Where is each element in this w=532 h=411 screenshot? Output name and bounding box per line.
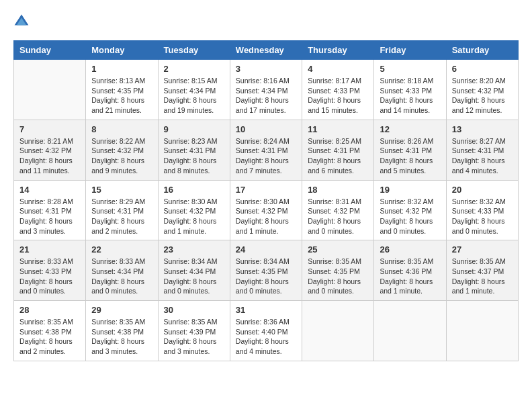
day-number: 1 (91, 64, 152, 74)
calendar-header-saturday: Saturday (446, 41, 518, 60)
calendar-cell: 16Sunrise: 8:30 AM Sunset: 4:32 PM Dayli… (158, 180, 230, 240)
day-number: 19 (380, 185, 440, 195)
calendar-cell: 22Sunrise: 8:33 AM Sunset: 4:34 PM Dayli… (86, 240, 158, 301)
calendar-week-row: 7Sunrise: 8:21 AM Sunset: 4:32 PM Daylig… (14, 120, 519, 180)
day-info: Sunrise: 8:29 AM Sunset: 4:31 PM Dayligh… (91, 197, 152, 236)
calendar-cell: 26Sunrise: 8:35 AM Sunset: 4:36 PM Dayli… (374, 240, 446, 301)
day-info: Sunrise: 8:34 AM Sunset: 4:34 PM Dayligh… (164, 257, 224, 296)
calendar-cell: 27Sunrise: 8:35 AM Sunset: 4:37 PM Dayli… (446, 240, 518, 301)
day-number: 3 (236, 64, 296, 74)
day-info: Sunrise: 8:32 AM Sunset: 4:32 PM Dayligh… (380, 197, 440, 236)
day-number: 21 (19, 244, 80, 255)
day-number: 18 (308, 185, 368, 195)
day-info: Sunrise: 8:22 AM Sunset: 4:32 PM Dayligh… (91, 136, 152, 176)
calendar-cell: 17Sunrise: 8:30 AM Sunset: 4:32 PM Dayli… (230, 180, 302, 240)
day-number: 10 (236, 124, 296, 134)
day-number: 4 (308, 64, 368, 74)
calendar-cell: 24Sunrise: 8:34 AM Sunset: 4:35 PM Dayli… (230, 240, 302, 301)
calendar-cell: 30Sunrise: 8:35 AM Sunset: 4:39 PM Dayli… (158, 301, 230, 361)
day-info: Sunrise: 8:35 AM Sunset: 4:38 PM Dayligh… (91, 317, 152, 357)
calendar-cell: 25Sunrise: 8:35 AM Sunset: 4:35 PM Dayli… (302, 240, 374, 301)
calendar-cell: 2Sunrise: 8:15 AM Sunset: 4:34 PM Daylig… (158, 60, 230, 120)
day-info: Sunrise: 8:28 AM Sunset: 4:31 PM Dayligh… (19, 197, 80, 236)
calendar-week-row: 14Sunrise: 8:28 AM Sunset: 4:31 PM Dayli… (14, 180, 519, 240)
day-info: Sunrise: 8:34 AM Sunset: 4:35 PM Dayligh… (236, 257, 296, 296)
calendar-cell: 3Sunrise: 8:16 AM Sunset: 4:34 PM Daylig… (230, 60, 302, 120)
day-number: 6 (452, 64, 513, 74)
calendar-cell (302, 301, 374, 361)
page-header (13, 13, 519, 30)
day-number: 29 (91, 305, 152, 315)
calendar-cell: 23Sunrise: 8:34 AM Sunset: 4:34 PM Dayli… (158, 240, 230, 301)
day-number: 14 (19, 185, 80, 195)
day-number: 25 (308, 244, 368, 255)
day-number: 24 (236, 244, 296, 255)
calendar-week-row: 21Sunrise: 8:33 AM Sunset: 4:33 PM Dayli… (14, 240, 519, 301)
day-number: 16 (164, 185, 224, 195)
day-info: Sunrise: 8:36 AM Sunset: 4:40 PM Dayligh… (236, 317, 296, 357)
day-info: Sunrise: 8:35 AM Sunset: 4:37 PM Dayligh… (452, 257, 513, 296)
day-info: Sunrise: 8:30 AM Sunset: 4:32 PM Dayligh… (164, 197, 224, 236)
day-info: Sunrise: 8:31 AM Sunset: 4:32 PM Dayligh… (308, 197, 368, 236)
day-number: 9 (164, 124, 224, 134)
calendar-cell: 28Sunrise: 8:35 AM Sunset: 4:38 PM Dayli… (14, 301, 86, 361)
day-info: Sunrise: 8:24 AM Sunset: 4:31 PM Dayligh… (236, 136, 296, 176)
day-number: 30 (164, 305, 224, 315)
day-number: 17 (236, 185, 296, 195)
day-number: 28 (19, 305, 80, 315)
day-info: Sunrise: 8:15 AM Sunset: 4:34 PM Dayligh… (164, 76, 224, 116)
day-info: Sunrise: 8:16 AM Sunset: 4:34 PM Dayligh… (236, 76, 296, 116)
day-number: 22 (91, 244, 152, 255)
calendar-header-sunday: Sunday (14, 41, 86, 60)
day-info: Sunrise: 8:17 AM Sunset: 4:33 PM Dayligh… (308, 76, 368, 116)
day-info: Sunrise: 8:30 AM Sunset: 4:32 PM Dayligh… (236, 197, 296, 236)
day-info: Sunrise: 8:23 AM Sunset: 4:31 PM Dayligh… (164, 136, 224, 176)
calendar-cell: 6Sunrise: 8:20 AM Sunset: 4:32 PM Daylig… (446, 60, 518, 120)
day-number: 5 (380, 64, 440, 74)
calendar-cell: 18Sunrise: 8:31 AM Sunset: 4:32 PM Dayli… (302, 180, 374, 240)
logo-icon (13, 13, 30, 30)
day-info: Sunrise: 8:35 AM Sunset: 4:36 PM Dayligh… (380, 257, 440, 296)
calendar-cell: 8Sunrise: 8:22 AM Sunset: 4:32 PM Daylig… (86, 120, 158, 180)
day-number: 20 (452, 185, 513, 195)
day-number: 12 (380, 124, 440, 134)
day-info: Sunrise: 8:35 AM Sunset: 4:38 PM Dayligh… (19, 317, 80, 357)
day-info: Sunrise: 8:26 AM Sunset: 4:31 PM Dayligh… (380, 136, 440, 176)
day-info: Sunrise: 8:27 AM Sunset: 4:31 PM Dayligh… (452, 136, 513, 176)
day-number: 8 (91, 124, 152, 134)
calendar-cell: 19Sunrise: 8:32 AM Sunset: 4:32 PM Dayli… (374, 180, 446, 240)
day-info: Sunrise: 8:25 AM Sunset: 4:31 PM Dayligh… (308, 136, 368, 176)
calendar-cell: 20Sunrise: 8:32 AM Sunset: 4:33 PM Dayli… (446, 180, 518, 240)
day-number: 15 (91, 185, 152, 195)
calendar-header-thursday: Thursday (302, 41, 374, 60)
calendar-cell (446, 301, 518, 361)
calendar-cell: 4Sunrise: 8:17 AM Sunset: 4:33 PM Daylig… (302, 60, 374, 120)
day-number: 31 (236, 305, 296, 315)
calendar-header-friday: Friday (374, 41, 446, 60)
calendar-cell: 31Sunrise: 8:36 AM Sunset: 4:40 PM Dayli… (230, 301, 302, 361)
day-info: Sunrise: 8:20 AM Sunset: 4:32 PM Dayligh… (452, 76, 513, 116)
calendar-cell: 15Sunrise: 8:29 AM Sunset: 4:31 PM Dayli… (86, 180, 158, 240)
calendar-cell: 14Sunrise: 8:28 AM Sunset: 4:31 PM Dayli… (14, 180, 86, 240)
day-number: 27 (452, 244, 513, 255)
day-number: 7 (19, 124, 80, 134)
day-info: Sunrise: 8:21 AM Sunset: 4:32 PM Dayligh… (19, 136, 80, 176)
calendar-table: SundayMondayTuesdayWednesdayThursdayFrid… (13, 40, 519, 361)
day-number: 26 (380, 244, 440, 255)
calendar-header-monday: Monday (86, 41, 158, 60)
day-info: Sunrise: 8:13 AM Sunset: 4:35 PM Dayligh… (91, 76, 152, 116)
day-number: 23 (164, 244, 224, 255)
day-number: 13 (452, 124, 513, 134)
calendar-cell: 1Sunrise: 8:13 AM Sunset: 4:35 PM Daylig… (86, 60, 158, 120)
day-info: Sunrise: 8:32 AM Sunset: 4:33 PM Dayligh… (452, 197, 513, 236)
calendar-cell: 13Sunrise: 8:27 AM Sunset: 4:31 PM Dayli… (446, 120, 518, 180)
day-info: Sunrise: 8:18 AM Sunset: 4:33 PM Dayligh… (380, 76, 440, 116)
calendar-week-row: 1Sunrise: 8:13 AM Sunset: 4:35 PM Daylig… (14, 60, 519, 120)
calendar-cell (374, 301, 446, 361)
calendar-cell: 29Sunrise: 8:35 AM Sunset: 4:38 PM Dayli… (86, 301, 158, 361)
day-info: Sunrise: 8:35 AM Sunset: 4:39 PM Dayligh… (164, 317, 224, 357)
day-info: Sunrise: 8:33 AM Sunset: 4:33 PM Dayligh… (19, 257, 80, 296)
calendar-header-row: SundayMondayTuesdayWednesdayThursdayFrid… (14, 41, 519, 60)
calendar-cell: 12Sunrise: 8:26 AM Sunset: 4:31 PM Dayli… (374, 120, 446, 180)
calendar-header-tuesday: Tuesday (158, 41, 230, 60)
